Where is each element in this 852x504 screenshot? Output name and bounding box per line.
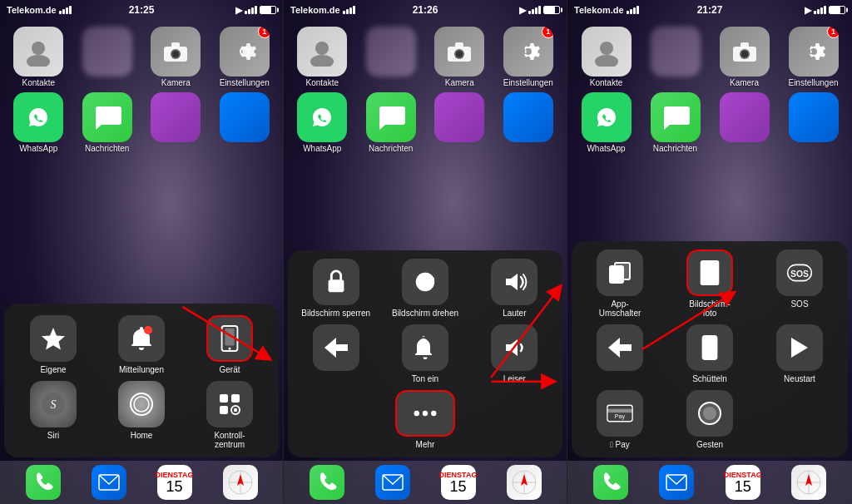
app-whatsapp-1[interactable]: WhatsApp (7, 92, 71, 153)
app-kontakte-1[interactable]: Kontakte (7, 27, 71, 87)
assist-btn-screenshot[interactable] (686, 250, 733, 296)
messages-icon-1 (82, 92, 132, 142)
assist-btn-schuetteln[interactable] (686, 324, 733, 371)
app-notes-1[interactable] (144, 92, 208, 153)
dock-calendar-1[interactable]: Dienstag 15 (157, 465, 192, 500)
app-blue-2[interactable] (497, 92, 561, 153)
app-settings-2[interactable]: 1 Einstellungen (497, 27, 561, 87)
assist-btn-mitteilungen[interactable] (118, 315, 165, 362)
assist-btn-lock[interactable] (313, 259, 359, 305)
assist-btn-app-switcher[interactable] (597, 250, 643, 296)
assist-btn-siri[interactable]: S (30, 381, 77, 427)
assist-btn-kontrollzentrum[interactable] (206, 381, 253, 427)
assist-btn-lauter[interactable] (491, 259, 537, 305)
app-blurred-3[interactable] (643, 27, 707, 87)
assist-btn-arrow-left-2[interactable] (313, 324, 359, 371)
assist-geraet[interactable]: Gerät (189, 315, 270, 374)
assist-btn-apple-pay[interactable]: Pay (597, 390, 643, 437)
dock-mail-3[interactable] (659, 465, 694, 500)
assist-rotate[interactable]: Bildschirm drehen (384, 259, 466, 318)
assist-label-kontrollzentrum: Kontroll-zentrum (214, 431, 245, 449)
app-settings-3[interactable]: 1 Einstellungen (781, 27, 845, 87)
app-nachrichten-1[interactable]: Nachrichten (76, 92, 140, 153)
dock-mail-2[interactable] (375, 465, 410, 500)
assist-btn-ton-ein[interactable] (402, 324, 448, 371)
assist-btn-arrow-left-3[interactable] (597, 324, 643, 371)
assist-arrow-left-2[interactable] (295, 324, 377, 383)
svg-marker-39 (506, 274, 518, 290)
whatsapp-icon-3 (582, 92, 632, 142)
svg-marker-40 (324, 338, 348, 358)
assist-gesten[interactable]: Gesten (668, 390, 751, 449)
assist-btn-mehr[interactable] (395, 390, 455, 437)
app-label-nachrichten-1: Nachrichten (85, 144, 129, 153)
dock-phone-3[interactable] (593, 465, 628, 500)
signal-r1 (245, 6, 257, 14)
app-nachrichten-3[interactable]: Nachrichten (643, 92, 707, 153)
settings-badge-1: 1 (258, 27, 270, 38)
assist-overlay-1: Eigene Mitteilungen Gerät S (4, 304, 279, 457)
assist-btn-home[interactable] (118, 381, 165, 427)
app-kamera-2[interactable]: Kamera (428, 27, 492, 87)
assist-home[interactable]: Home (101, 381, 182, 449)
assist-ton-ein[interactable]: Ton ein (384, 324, 466, 383)
assist-btn-sos[interactable]: SOS (776, 250, 823, 296)
assist-label-geraet: Gerät (219, 365, 240, 374)
assist-screenshot[interactable]: Bildschirm-foto (668, 250, 751, 318)
app-kontakte-2[interactable]: Kontakte (290, 27, 354, 87)
messages-icon-3 (651, 92, 701, 142)
assist-lock[interactable]: Bildschirm sperren (295, 259, 377, 318)
app-whatsapp-3[interactable]: WhatsApp (574, 92, 638, 153)
assist-schuetteln[interactable]: Schütteln (668, 324, 751, 383)
app-blue-3[interactable] (781, 92, 845, 153)
status-left-3: Telekom.de (574, 5, 639, 15)
assist-sos[interactable]: SOS SOS (758, 250, 841, 318)
assist-btn-gesten[interactable] (686, 390, 733, 437)
panel-2: Telekom.de 21:26 ▶ (284, 0, 567, 504)
assist-eigene[interactable]: Eigene (12, 315, 94, 374)
dock-safari-2[interactable] (507, 465, 542, 500)
assist-siri[interactable]: S Siri (12, 381, 94, 449)
dock-calendar-2[interactable]: Dienstag 15 (441, 465, 476, 500)
app-purple-3[interactable] (712, 92, 776, 153)
assist-arrow-left-3[interactable] (578, 324, 661, 383)
app-kamera-1[interactable]: Kamera (144, 27, 208, 87)
time-2: 21:26 (413, 4, 438, 16)
app-blurred-1[interactable] (76, 27, 140, 87)
app-nachrichten-2[interactable]: Nachrichten (359, 92, 424, 153)
svg-point-0 (32, 42, 45, 55)
assist-btn-neustart[interactable] (776, 324, 823, 371)
app-kamera-3[interactable]: Kamera (712, 27, 776, 87)
blue-icon-2 (503, 92, 553, 142)
assist-app-switcher[interactable]: App-Umschalter (578, 250, 661, 318)
svg-rect-21 (234, 408, 237, 410)
dock-safari-3[interactable] (791, 465, 826, 500)
assist-mehr[interactable]: Mehr (384, 390, 466, 449)
app-kontakte-3[interactable]: Kontakte (574, 27, 638, 87)
dock-1: Dienstag 15 (0, 461, 283, 504)
assist-kontrollzentrum[interactable]: Kontroll-zentrum (189, 381, 270, 449)
app-whatsapp-2[interactable]: WhatsApp (290, 92, 354, 153)
dock-phone-2[interactable] (310, 465, 344, 500)
assist-lauter[interactable]: Lauter (473, 259, 556, 318)
dock-phone-1[interactable] (26, 465, 61, 500)
svg-point-66 (708, 269, 711, 273)
assist-overlay-2: Bildschirm sperren Bildschirm drehen Lau… (288, 250, 562, 457)
assist-btn-eigene[interactable] (30, 315, 77, 362)
dock-mail-1[interactable] (92, 465, 126, 500)
assist-neustart[interactable]: Neustart (758, 324, 841, 383)
app-purple-2[interactable] (428, 92, 492, 153)
assist-btn-geraet[interactable] (206, 315, 253, 362)
assist-apple-pay[interactable]: Pay  Pay (578, 390, 661, 449)
svg-text:SOS: SOS (790, 269, 809, 279)
assist-overlay-3: App-Umschalter Bildschirm-foto SOS SOS (572, 241, 848, 457)
app-blurred-2[interactable] (359, 27, 424, 87)
app-blue-1[interactable] (213, 92, 277, 153)
assist-btn-leiser[interactable] (491, 324, 537, 371)
assist-btn-rotate[interactable] (402, 259, 448, 305)
dock-calendar-3[interactable]: Dienstag 15 (726, 465, 760, 500)
dock-safari-1[interactable] (223, 465, 258, 500)
assist-mitteilungen[interactable]: Mitteilungen (101, 315, 182, 374)
app-einstellungen-1[interactable]: 1 Einstellungen (213, 27, 277, 87)
assist-leiser[interactable]: Leiser (473, 324, 556, 383)
